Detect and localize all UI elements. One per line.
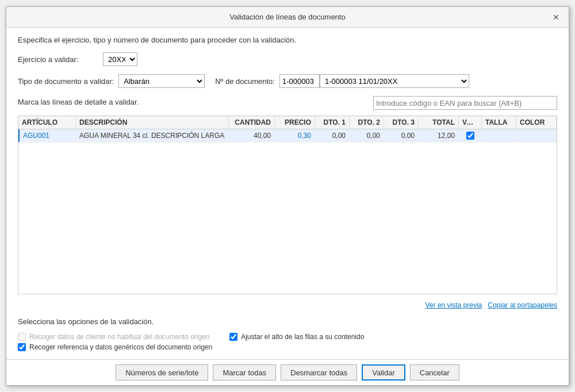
validar-checkbox[interactable] bbox=[466, 132, 474, 140]
ejercicio-row: Ejercicio a validar: 20XX bbox=[18, 52, 557, 66]
col-articulo: ARTÍCULO bbox=[18, 116, 76, 129]
cell-cantidad: 40,00 bbox=[229, 129, 275, 142]
ejercicio-select-wrapper: 20XX bbox=[103, 52, 137, 66]
col-dto2: DTO. 2 bbox=[350, 116, 384, 129]
ndoc-label: Nº de documento: bbox=[215, 77, 275, 86]
ejercicio-label: Ejercicio a validar: bbox=[18, 55, 98, 64]
tipo-doc-row: Tipo de documento a validar: Albarán Nº … bbox=[18, 74, 557, 88]
cell-articulo: AGU001 bbox=[18, 129, 76, 142]
tipo-doc-select[interactable]: Albarán bbox=[118, 74, 205, 88]
cell-total: 12,00 bbox=[419, 129, 459, 142]
options-right: Ajustar el alto de las filas a su conten… bbox=[229, 333, 364, 351]
option-row-2: Recoger referencia y datos genéricos del… bbox=[18, 343, 212, 351]
table-body: AGU001 AGUA MINERAL 34 cl. DESCRIPCIÓN L… bbox=[18, 129, 557, 294]
copy-link[interactable]: Copiar al portapapeles bbox=[488, 301, 557, 309]
cell-talla bbox=[482, 129, 516, 142]
detail-row: Marca las líneas de detalle a validar. bbox=[18, 96, 557, 110]
title-bar: Validación de líneas de documento ✕ bbox=[6, 7, 569, 28]
tipo-doc-label: Tipo de documento a validar: bbox=[18, 77, 114, 86]
desmarcar-todas-button[interactable]: Desmarcar todas bbox=[281, 364, 357, 381]
links-row: Ver en vista previa Copiar al portapapel… bbox=[18, 301, 557, 309]
table-row[interactable]: AGU001 AGUA MINERAL 34 cl. DESCRIPCIÓN L… bbox=[18, 129, 557, 143]
cell-descripcion: AGUA MINERAL 34 cl. DESCRIPCIÓN LARGA bbox=[76, 129, 229, 142]
col-dto3: DTO. 3 bbox=[384, 116, 419, 129]
option-checkbox-3[interactable] bbox=[229, 333, 237, 341]
dialog-title: Validación de líneas de documento bbox=[25, 13, 550, 21]
instruction-detail: Marca las líneas de detalle a validar. bbox=[18, 98, 139, 106]
cell-dto2: 0,00 bbox=[350, 129, 384, 142]
search-input[interactable] bbox=[373, 96, 557, 110]
ejercicio-select[interactable]: 20XX bbox=[103, 52, 137, 66]
options-left: Recoger datos de cliente no habitual del… bbox=[18, 333, 212, 351]
cell-validar[interactable] bbox=[459, 129, 482, 142]
options-section: Recoger datos de cliente no habitual del… bbox=[18, 333, 557, 351]
option-row-3: Ajustar el alto de las filas a su conten… bbox=[229, 333, 364, 341]
table-header: ARTÍCULO DESCRIPCIÓN CANTIDAD PRECIO DTO… bbox=[18, 116, 557, 129]
preview-link[interactable]: Ver en vista previa bbox=[425, 301, 482, 309]
option-checkbox-2[interactable] bbox=[18, 343, 26, 351]
table-section: ARTÍCULO DESCRIPCIÓN CANTIDAD PRECIO DTO… bbox=[18, 116, 557, 294]
col-talla: TALLA bbox=[482, 116, 516, 129]
option-label-2: Recoger referencia y datos genéricos del… bbox=[29, 343, 212, 351]
col-dto1: DTO. 1 bbox=[315, 116, 350, 129]
cell-precio: 0,30 bbox=[275, 129, 315, 142]
options-label: Selecciona las opciones de la validación… bbox=[18, 317, 557, 326]
serie-lote-button[interactable]: Números de serie/lote bbox=[116, 364, 208, 381]
close-button[interactable]: ✕ bbox=[550, 11, 562, 23]
ndoc-combo-wrapper: 1-000003 11/01/20XX bbox=[279, 74, 469, 88]
main-dialog: Validación de líneas de documento ✕ Espe… bbox=[6, 6, 569, 386]
validar-button[interactable]: Validar bbox=[362, 364, 405, 381]
option-label-3: Ajustar el alto de las filas a su conten… bbox=[241, 333, 364, 341]
ndoc-input[interactable] bbox=[279, 74, 320, 88]
option-checkbox-1[interactable] bbox=[18, 333, 26, 341]
instruction-top: Especifica el ejercicio, tipo y número d… bbox=[18, 36, 557, 44]
dialog-body: Especifica el ejercicio, tipo y número d… bbox=[6, 28, 569, 359]
ndoc-combo[interactable]: 1-000003 11/01/20XX bbox=[320, 74, 469, 88]
option-row-1: Recoger datos de cliente no habitual del… bbox=[18, 333, 212, 341]
cell-dto1: 0,00 bbox=[315, 129, 350, 142]
col-precio: PRECIO bbox=[275, 116, 315, 129]
col-descripcion: DESCRIPCIÓN bbox=[76, 116, 229, 129]
col-total: TOTAL bbox=[419, 116, 459, 129]
marcar-todas-button[interactable]: Marcar todas bbox=[213, 364, 276, 381]
cell-color bbox=[516, 129, 557, 142]
col-color: COLOR bbox=[516, 116, 557, 129]
col-cantidad: CANTIDAD bbox=[229, 116, 275, 129]
dialog-footer: Números de serie/lote Marcar todas Desma… bbox=[6, 359, 569, 385]
cell-dto3: 0,00 bbox=[384, 129, 419, 142]
cancelar-button[interactable]: Cancelar bbox=[410, 364, 459, 381]
option-label-1: Recoger datos de cliente no habitual del… bbox=[29, 333, 210, 341]
col-val: VAL... bbox=[459, 116, 482, 129]
